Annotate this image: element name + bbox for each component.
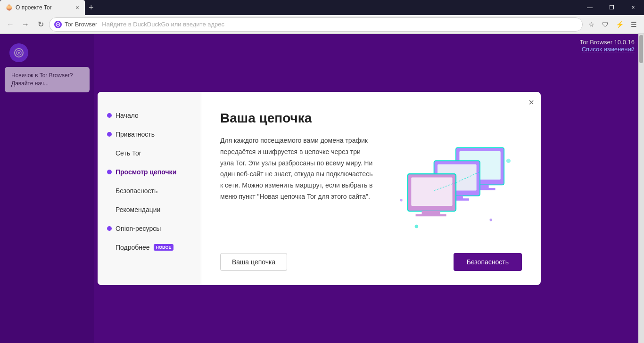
minimize-button[interactable]: — bbox=[579, 0, 601, 15]
nav-label-recommendations: Рекомендации bbox=[116, 206, 160, 213]
nav-dot-empty-security bbox=[107, 188, 112, 193]
address-bar[interactable]: Tor Browser Найдите в DuckDuckGo или вве… bbox=[49, 17, 583, 32]
nav-dot-onion bbox=[107, 226, 112, 231]
changelog-link[interactable]: Список изменений bbox=[582, 46, 635, 53]
modal-nav-item-onion[interactable]: Onion-ресурсы bbox=[98, 219, 201, 238]
nav-dot-empty-tor_network bbox=[107, 151, 112, 155]
address-text: Найдите в DuckDuckGo или введите адрес bbox=[102, 21, 578, 28]
modal-nav-item-start[interactable]: Начало bbox=[98, 106, 201, 125]
new-tab-button[interactable]: + bbox=[85, 3, 98, 13]
version-info: Tor Browser 10.0.16 Список изменений bbox=[580, 39, 635, 53]
scrollbar-thumb[interactable] bbox=[639, 35, 643, 63]
security-button[interactable]: Безопасность bbox=[454, 253, 522, 271]
window-controls: — ❐ × bbox=[579, 0, 644, 15]
circuit-illustration bbox=[395, 135, 517, 239]
browser-name-label: Tor Browser bbox=[65, 21, 97, 28]
nav-label-onion: Onion-ресурсы bbox=[116, 225, 161, 232]
tor-circuit-button[interactable]: ⚡ bbox=[613, 18, 626, 31]
modal-dialog: × НачалоПриватностьСеть TorПросмотр цепо… bbox=[98, 92, 541, 285]
modal-content: Ваша цепочка Для каждого посещаемого вам… bbox=[201, 92, 541, 285]
nav-label-circuit: Просмотр цепочки bbox=[116, 168, 176, 176]
scrollbar-track[interactable] bbox=[638, 34, 644, 343]
modal-description: Для каждого посещаемого вами домена траф… bbox=[220, 135, 376, 239]
circuit-button[interactable]: Ваша цепочка bbox=[220, 253, 287, 271]
modal-title: Ваша цепочка bbox=[220, 111, 522, 126]
titlebar: 🧅 О проекте Tor × + — ❐ × bbox=[0, 0, 644, 15]
nav-dot-privacy bbox=[107, 132, 112, 137]
navbar-icons: ☆ 🛡 ⚡ ☰ bbox=[585, 18, 640, 31]
modal-nav-item-privacy[interactable]: Приватность bbox=[98, 125, 201, 144]
version-label: Tor Browser 10.0.16 bbox=[580, 39, 635, 46]
nav-badge-more: НОВОЕ bbox=[154, 244, 174, 251]
reload-button[interactable]: ↻ bbox=[34, 18, 47, 31]
modal-nav-item-more[interactable]: ПодробнееНОВОЕ bbox=[98, 238, 201, 257]
nav-dot-circuit bbox=[107, 170, 112, 174]
svg-point-1 bbox=[58, 24, 59, 25]
modal-footer: Ваша цепочка Безопасность bbox=[220, 253, 522, 271]
modal-illustration bbox=[390, 135, 522, 239]
svg-rect-15 bbox=[422, 211, 440, 214]
modal-nav-item-recommendations[interactable]: Рекомендации bbox=[98, 200, 201, 219]
modal-nav-item-circuit[interactable]: Просмотр цепочки bbox=[98, 163, 201, 181]
svg-point-19 bbox=[415, 225, 418, 228]
tab-title: О проекте Tor bbox=[16, 4, 52, 11]
nav-label-more: Подробнее bbox=[116, 244, 150, 251]
nav-label-tor_network: Сеть Tor bbox=[116, 149, 141, 157]
svg-rect-16 bbox=[416, 214, 446, 217]
titlebar-left: 🧅 О проекте Tor × + bbox=[0, 0, 579, 15]
modal-close-button[interactable]: × bbox=[528, 98, 534, 107]
maximize-button[interactable]: ❐ bbox=[601, 0, 622, 15]
modal-overlay: × НачалоПриватностьСеть TorПросмотр цепо… bbox=[0, 34, 638, 343]
tor-icon bbox=[54, 21, 62, 28]
tab-favicon: 🧅 bbox=[6, 4, 13, 11]
nav-label-start: Начало bbox=[116, 112, 139, 119]
modal-nav-item-tor_network[interactable]: Сеть Tor bbox=[98, 144, 201, 163]
tab-close-button[interactable]: × bbox=[75, 4, 79, 11]
close-button[interactable]: × bbox=[622, 0, 644, 15]
back-button[interactable]: ← bbox=[4, 18, 17, 31]
modal-nav-item-security[interactable]: Безопасность bbox=[98, 181, 201, 200]
bookmark-button[interactable]: ☆ bbox=[585, 18, 598, 31]
modal-body: Для каждого посещаемого вами домена траф… bbox=[220, 135, 522, 239]
svg-rect-14 bbox=[411, 178, 452, 206]
nav-label-security: Безопасность bbox=[116, 187, 157, 195]
nav-dot-start bbox=[107, 113, 112, 118]
nav-dot-empty-more bbox=[107, 245, 112, 250]
navbar: ← → ↻ Tor Browser Найдите в DuckDuckGo и… bbox=[0, 15, 644, 34]
menu-button[interactable]: ☰ bbox=[627, 18, 640, 31]
svg-point-20 bbox=[490, 219, 493, 221]
forward-button[interactable]: → bbox=[19, 18, 32, 31]
modal-navigation: НачалоПриватностьСеть TorПросмотр цепочк… bbox=[98, 92, 201, 285]
nav-dot-empty-recommendations bbox=[107, 207, 112, 212]
svg-point-21 bbox=[506, 159, 511, 163]
shield-button[interactable]: 🛡 bbox=[599, 18, 612, 31]
nav-label-privacy: Приватность bbox=[116, 131, 155, 138]
svg-point-22 bbox=[400, 199, 403, 202]
main-area: Новичок в Tor Browser? Давайте нач... To… bbox=[0, 34, 644, 343]
active-tab[interactable]: 🧅 О проекте Tor × bbox=[0, 0, 85, 15]
